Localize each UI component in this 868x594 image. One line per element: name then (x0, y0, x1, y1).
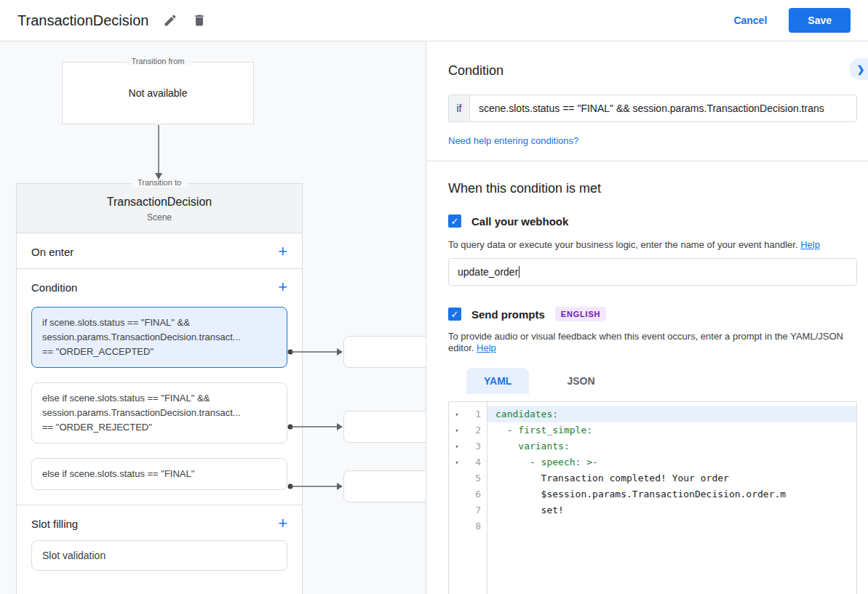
prompts-help-link[interactable]: Help (477, 342, 496, 353)
scene-flow-canvas: Transition from Not available Transition… (0, 41, 426, 594)
conditions-help-link[interactable]: Need help entering conditions? (448, 135, 578, 146)
condition-card-accepted[interactable]: if scene.slots.status == "FINAL" && sess… (31, 307, 287, 368)
fold-spacer (449, 502, 465, 518)
transition-from-label: Transition from (126, 57, 191, 65)
fold-spacer (449, 518, 465, 534)
collapse-panel-button[interactable]: ❯ (849, 58, 868, 80)
code-text[interactable]: variants: (487, 438, 856, 454)
condition-expression-row: if scene.slots.status == "FINAL" && sess… (448, 95, 857, 122)
add-slot-button[interactable]: + (278, 517, 287, 530)
event-handler-input[interactable]: update_order (448, 258, 857, 286)
code-line[interactable]: ▾ 1 candidates: (449, 406, 856, 422)
fold-toggle-icon[interactable]: ▾ (449, 454, 465, 470)
editor-tabs: YAML JSON (466, 368, 857, 394)
line-number: 3 (465, 438, 487, 454)
panel-divider (426, 161, 868, 161)
scene-node-subtitle: Scene (24, 212, 295, 222)
condition-section-label: Condition (31, 281, 77, 294)
prompts-checkbox[interactable]: ✓ (448, 308, 461, 321)
transition-to-node: Transition to TransactionDecision Scene … (16, 183, 303, 594)
fold-toggle-icon[interactable]: ▾ (449, 406, 465, 422)
top-bar: TransactionDecision Cancel Save (0, 0, 868, 41)
on-enter-label: On enter (31, 246, 73, 258)
line-number: 7 (465, 502, 487, 518)
code-line[interactable]: 6 $session.params.TransactionDecision.or… (449, 486, 856, 502)
condition-section: Condition + (17, 269, 302, 304)
slot-filling-label: Slot filling (31, 518, 78, 530)
webhook-description-text: To query data or execute your business l… (448, 239, 798, 250)
save-button[interactable]: Save (789, 8, 851, 33)
trash-icon (192, 13, 207, 28)
code-line[interactable]: 5 Transaction completed! Your order (449, 470, 856, 486)
transition-target-node-2[interactable] (343, 411, 426, 443)
code-line[interactable]: ▾ 4 - speech: >- (449, 454, 856, 470)
add-condition-button[interactable]: + (278, 281, 287, 294)
webhook-checkbox[interactable]: ✓ (448, 214, 461, 228)
tab-yaml[interactable]: YAML (466, 368, 529, 394)
code-text[interactable] (487, 518, 856, 534)
line-number: 1 (465, 406, 487, 422)
condition-expression-input[interactable]: scene.slots.status == "FINAL" && session… (469, 95, 857, 122)
line-number: 6 (465, 486, 487, 502)
add-on-enter-button[interactable]: + (278, 245, 287, 258)
transition-from-node: Transition from Not available (62, 62, 254, 124)
code-text[interactable]: set! (487, 502, 856, 518)
webhook-help-link[interactable]: Help (800, 239, 820, 250)
code-text[interactable]: Transaction completed! Your order (487, 470, 856, 486)
fold-toggle-icon[interactable]: ▾ (449, 438, 465, 454)
webhook-label[interactable]: Call your webhook (471, 215, 568, 228)
check-icon: ✓ (451, 216, 459, 227)
yaml-code-editor[interactable]: ▾ 1 candidates: ▾ 2 - first_simple: ▾ 3 … (448, 401, 857, 594)
code-text[interactable]: $session.params.TransactionDecision.orde… (487, 486, 856, 502)
transition-target-node-3[interactable] (343, 470, 426, 502)
scene-node-title: TransactionDecision (24, 196, 295, 209)
cancel-button[interactable]: Cancel (733, 15, 767, 26)
condition-card-rejected[interactable]: else if scene.slots.status == "FINAL" &&… (31, 382, 287, 444)
webhook-checkbox-row: ✓ Call your webhook (448, 214, 857, 228)
when-condition-title: When this condition is met (448, 181, 857, 196)
pencil-icon (163, 13, 178, 28)
check-icon: ✓ (451, 309, 459, 320)
line-number: 2 (465, 422, 487, 438)
prompts-description: To provide audio or visual feedback when… (448, 331, 857, 354)
text-cursor (519, 266, 519, 278)
line-number: 5 (465, 470, 487, 486)
line-number: 8 (465, 518, 487, 534)
transition-target-node-1[interactable] (343, 336, 426, 368)
fold-spacer (449, 470, 465, 486)
tab-json[interactable]: JSON (549, 368, 612, 394)
code-line[interactable]: ▾ 3 variants: (449, 438, 856, 454)
chevron-right-icon: ❯ (857, 64, 865, 75)
language-badge: ENGLISH (555, 307, 607, 321)
page-title: TransactionDecision (17, 12, 148, 29)
panel-title: Condition (448, 41, 857, 79)
gutter-divider (487, 402, 487, 594)
fold-toggle-icon[interactable]: ▾ (449, 422, 465, 438)
code-line[interactable]: 8 (449, 518, 856, 534)
prompts-description-text: To provide audio or visual feedback when… (448, 331, 843, 353)
prompts-label[interactable]: Send prompts (471, 308, 545, 321)
slot-filling-section: Slot filling + (17, 505, 302, 540)
code-line[interactable]: 7 set! (449, 502, 856, 518)
slot-validation-card[interactable]: Slot validation (31, 540, 287, 571)
condition-card-final[interactable]: else if scene.slots.status == "FINAL" (31, 458, 287, 490)
on-enter-section: On enter + (17, 233, 302, 269)
event-handler-value: update_order (458, 266, 518, 278)
delete-scene-button[interactable] (192, 13, 207, 28)
edit-title-button[interactable] (163, 13, 178, 28)
condition-detail-panel: ❯ Condition if scene.slots.status == "FI… (426, 41, 868, 594)
code-line[interactable]: ▾ 2 - first_simple: (449, 422, 856, 438)
code-text[interactable]: candidates: (487, 406, 856, 422)
code-text[interactable]: - speech: >- (487, 454, 856, 470)
transition-to-label: Transition to (132, 178, 187, 187)
line-number: 4 (465, 454, 487, 470)
scene-node-header[interactable]: TransactionDecision Scene (17, 184, 302, 233)
fold-spacer (449, 486, 465, 502)
prompts-checkbox-row: ✓ Send prompts ENGLISH (448, 307, 857, 321)
if-label: if (448, 95, 469, 122)
webhook-description: To query data or execute your business l… (448, 239, 857, 251)
transition-from-content: Not available (63, 63, 253, 124)
code-text[interactable]: - first_simple: (487, 422, 856, 438)
